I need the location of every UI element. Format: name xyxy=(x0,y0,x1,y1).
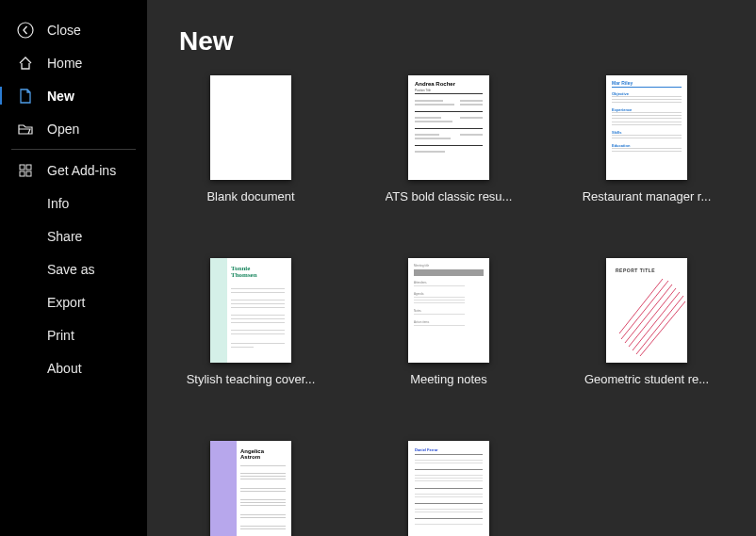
template-caption: ATS bold classic resu... xyxy=(386,189,513,203)
template-caption: Restaurant manager r... xyxy=(583,189,712,203)
template-thumbnail xyxy=(210,75,291,180)
template-resume-internal[interactable]: Daniel Ferrar Resume for internal c... xyxy=(377,441,520,536)
svg-rect-2 xyxy=(26,165,31,170)
template-geometric-student[interactable]: REPORT TITLE Geometric student re... xyxy=(575,258,718,386)
sidebar-item-label: Save as xyxy=(47,262,95,277)
template-blank-document[interactable]: Blank document xyxy=(179,75,322,203)
sidebar-separator xyxy=(11,149,136,150)
sidebar-item-label: Info xyxy=(47,196,69,211)
svg-line-9 xyxy=(636,296,683,354)
sidebar-item-label: Print xyxy=(47,328,74,343)
sidebar-item-about[interactable]: About xyxy=(0,351,147,384)
sidebar-item-export[interactable]: Export xyxy=(0,285,147,318)
backstage-sidebar: Close Home New Open Get Add-ins Info Sha… xyxy=(0,0,147,536)
template-caption: Geometric student re... xyxy=(584,372,709,386)
new-document-icon xyxy=(17,88,34,105)
svg-line-10 xyxy=(640,301,685,356)
template-thumbnail: Meeting title Attendees Agenda Notes Act… xyxy=(408,258,489,363)
sidebar-item-label: Close xyxy=(47,23,81,38)
sidebar-item-label: New xyxy=(47,89,74,104)
template-thumbnail: AngelicaAstrom xyxy=(210,441,291,536)
sidebar-item-print[interactable]: Print xyxy=(0,318,147,351)
back-arrow-icon xyxy=(17,22,34,39)
template-caption: Blank document xyxy=(206,189,294,203)
sidebar-item-label: Get Add-ins xyxy=(47,163,116,178)
template-modern-uiux[interactable]: AngelicaAstrom Modern UI/UX desig... xyxy=(179,441,322,536)
sidebar-item-close[interactable]: Close xyxy=(0,13,147,46)
sidebar-item-label: Home xyxy=(47,56,82,71)
template-thumbnail: REPORT TITLE xyxy=(606,258,687,363)
sidebar-item-open[interactable]: Open xyxy=(0,112,147,145)
svg-rect-4 xyxy=(26,171,31,176)
svg-line-7 xyxy=(633,292,680,350)
sidebar-item-label: About xyxy=(47,361,82,376)
svg-rect-3 xyxy=(20,171,25,176)
svg-line-5 xyxy=(625,284,672,343)
home-icon xyxy=(17,55,34,72)
addins-grid-icon xyxy=(17,162,34,179)
template-caption: Meeting notes xyxy=(410,372,487,386)
template-thumbnail: Mar Riley Objective Experience Skills Ed… xyxy=(606,75,687,180)
page-title: New xyxy=(179,26,756,57)
template-thumbnail: Daniel Ferrar xyxy=(408,441,489,536)
sidebar-item-share[interactable]: Share xyxy=(0,219,147,252)
template-meeting-notes[interactable]: Meeting title Attendees Agenda Notes Act… xyxy=(377,258,520,386)
sidebar-item-label: Open xyxy=(47,122,79,137)
sidebar-item-label: Share xyxy=(47,229,82,244)
template-ats-resume[interactable]: Andrea Rocher Position Title ATS bold cl… xyxy=(377,75,520,203)
svg-rect-1 xyxy=(20,165,25,170)
main-content: New Blank document Andrea Rocher Positio… xyxy=(147,0,756,536)
svg-line-6 xyxy=(629,288,676,347)
folder-open-icon xyxy=(17,121,34,138)
template-thumbnail: TonnieThomsen xyxy=(210,258,291,363)
sidebar-item-new[interactable]: New xyxy=(0,79,147,112)
template-thumbnail: Andrea Rocher Position Title xyxy=(408,75,489,180)
svg-point-0 xyxy=(18,23,33,38)
sidebar-item-saveas[interactable]: Save as xyxy=(0,252,147,285)
sidebar-item-addins[interactable]: Get Add-ins xyxy=(0,154,147,187)
template-stylish-teaching[interactable]: TonnieThomsen Stylish teaching cover... xyxy=(179,258,322,386)
template-restaurant-manager[interactable]: Mar Riley Objective Experience Skills Ed… xyxy=(575,75,718,203)
sidebar-item-label: Export xyxy=(47,295,85,310)
svg-line-11 xyxy=(619,279,663,333)
sidebar-item-home[interactable]: Home xyxy=(0,46,147,79)
template-grid: Blank document Andrea Rocher Position Ti… xyxy=(179,73,756,536)
sidebar-item-info[interactable]: Info xyxy=(0,187,147,219)
template-caption: Stylish teaching cover... xyxy=(187,372,316,386)
